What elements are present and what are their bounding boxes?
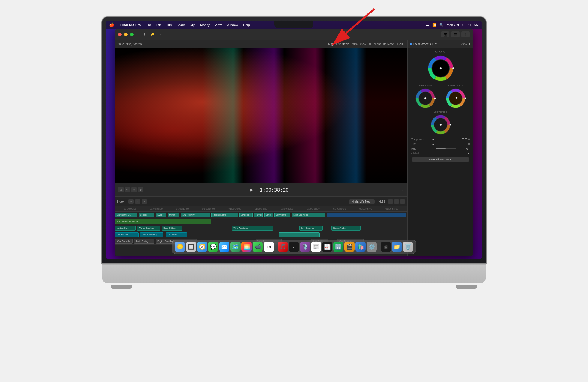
dock-maps[interactable]: 🗺️ [230,242,241,252]
dock-launchpad[interactable]: 🔲 [186,242,196,252]
dock-appstore[interactable]: 🛍️ [356,242,366,252]
list-item[interactable]: The Drive of a Lifetime [115,219,212,224]
list-item[interactable]: Gear Shifting [162,226,182,231]
play-button[interactable]: ▶ [249,187,255,193]
dock-safari[interactable]: 🧭 [197,242,207,252]
menu-bar-search-icon[interactable]: 🔍 [440,23,444,27]
list-item[interactable]: Skyscraper [239,213,253,217]
timeline-tool-3[interactable]: ≡ [142,199,147,204]
timeline-index-btn[interactable]: Index [117,200,124,203]
view-list-btn[interactable]: ≡ [451,31,460,37]
dock-trash[interactable]: 🗑️ [403,242,413,252]
dock-news[interactable]: 📰 [311,242,321,252]
share-btn[interactable]: ↑ [461,31,470,37]
param-hue-slider[interactable] [436,148,456,149]
dock-facetime[interactable]: 📹 [253,242,263,252]
param-hue-fill [436,148,446,149]
menu-trim[interactable]: Trim [166,23,173,27]
list-item[interactable]: Tunnel [254,213,263,217]
dock-numbers[interactable]: 🔢 [333,242,344,252]
foot-left [111,285,132,289]
color-panel-view-btn[interactable]: View [461,43,467,46]
viewer-tool-a[interactable]: □ [118,187,124,192]
timeline-tool-1[interactable]: ⊞ [128,199,134,204]
dock-appletv[interactable]: tv+ [289,242,299,252]
menu-view[interactable]: View [215,23,222,27]
app-name-menu[interactable]: Final Cut Pro [120,23,141,27]
close-button[interactable] [118,33,122,36]
list-item[interactable] [279,232,320,237]
dock-stocks[interactable]: 📈 [322,242,332,252]
timeline-tool-2[interactable]: ↕ [135,199,140,204]
scene-wrapper: 🍎 Final Cut Pro File Edit Trim Mark Clip… [0,0,588,382]
list-item[interactable]: Sunset [139,213,155,217]
timeline-sequence-name[interactable]: Night Life Neon [349,199,375,204]
dock-finder[interactable]: 🙂 [175,242,185,252]
fullscreen-icon[interactable]: ⛶ [399,187,404,192]
list-item[interactable]: Ignition Start [115,226,136,231]
list-item[interactable]: City Nights [274,213,291,217]
timeline-tool-6[interactable] [400,199,405,204]
dock-mail[interactable]: ✉️ [219,242,230,252]
dock-calendar[interactable]: 18 [264,242,274,252]
menu-window[interactable]: Window [226,23,238,27]
list-item[interactable]: Door Opening [299,226,323,231]
param-tint-slider[interactable] [436,144,456,144]
param-tint-fill [436,144,446,144]
minimize-button[interactable] [124,33,128,36]
dock-music[interactable]: 🎵 [278,242,288,252]
menu-modify[interactable]: Modify [200,23,210,27]
dock-finalcutpro[interactable]: 🎬 [381,242,391,252]
list-item[interactable]: Tires Screeching [140,232,164,237]
highlights-color-wheel[interactable] [445,88,466,109]
param-tint: Tint ◆ 0 [410,142,471,145]
list-item[interactable]: Night Life Neon [292,213,326,217]
viewer-tool-d[interactable]: ⊕ [138,187,143,192]
viewer-tool-c[interactable]: ◎ [131,187,137,192]
list-item[interactable]: 101 Freeway [181,213,210,217]
param-temperature-slider[interactable] [436,139,456,139]
list-item[interactable]: Distant Radio [332,226,361,231]
dock-podcasts[interactable]: 🎙️ [300,242,310,252]
dock-photos[interactable]: 🌅 [242,242,252,252]
apple-logo-icon[interactable]: 🍎 [109,22,114,27]
menu-edit[interactable]: Edit [156,23,161,27]
midtones-color-wheel[interactable] [430,114,451,135]
list-item[interactable]: Drive [264,213,273,217]
menu-help[interactable]: Help [243,23,250,27]
save-preset-button[interactable]: Save Effects Preset [412,157,469,162]
back-icon[interactable]: ⬇ [141,31,147,37]
param-global-expand[interactable]: ▲ [467,152,470,155]
color-panel-dropdown-icon[interactable]: ▼ [435,43,437,46]
list-item[interactable]: Car Rumble [115,232,139,237]
list-item[interactable]: Starting the Car [115,213,137,217]
viewer-tool-b[interactable]: ✂ [125,187,130,192]
key-icon[interactable]: 🔑 [149,31,155,37]
svg-point-8 [452,67,454,69]
list-item[interactable]: Car Passing [166,232,187,237]
dock-messages[interactable]: 💬 [208,242,218,252]
timeline-tool-5[interactable] [394,199,399,204]
list-item[interactable]: Wind Ambiance [232,226,273,231]
menu-file[interactable]: File [146,23,151,27]
menu-mark[interactable]: Mark [178,23,185,27]
global-color-wheel[interactable] [427,55,454,82]
color-panel-checkbox[interactable]: ■ [410,43,412,46]
check-icon[interactable]: ✓ [158,31,164,37]
shadows-color-wheel[interactable] [415,88,436,109]
view-filmstrip-btn[interactable]: ⊞ [441,31,449,37]
dock-finder-2[interactable]: 📁 [392,242,402,252]
menu-bar-date: Mon Oct 18 [447,23,464,27]
list-item[interactable]: Waves Crashing [137,226,160,231]
list-item[interactable]: Mirror [168,213,179,217]
dock-keynote[interactable]: 🎬 [344,242,355,252]
list-item[interactable]: Wind Swoosh [115,239,133,244]
list-item[interactable] [327,213,406,217]
list-item[interactable]: Eyes [156,213,166,217]
timeline-tool-4[interactable] [388,199,393,204]
list-item[interactable]: Radio Tuning [134,239,154,244]
fullscreen-button[interactable] [130,33,134,36]
dock-settings[interactable]: ⚙️ [367,242,377,252]
menu-clip[interactable]: Clip [190,23,195,27]
list-item[interactable]: Trailing Lights [212,213,238,217]
